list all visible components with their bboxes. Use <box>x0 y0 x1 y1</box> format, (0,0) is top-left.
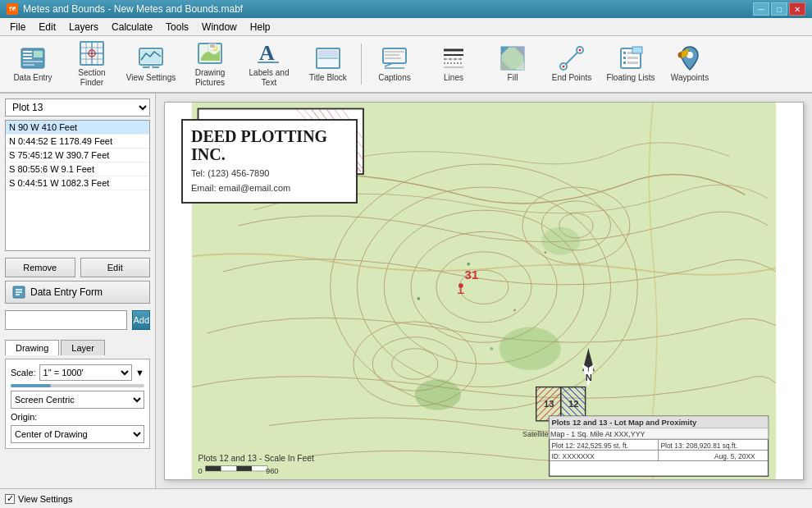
data-entry-form-button[interactable]: Data Entry Form <box>5 281 150 304</box>
toolbar-lines[interactable]: Lines <box>426 39 481 89</box>
svg-text:12: 12 <box>568 399 579 409</box>
title-block-overlay: Deed Plotting Inc. Tel: (123) 456-7890 E… <box>181 119 358 204</box>
svg-text:Plots 12 and 13 - Lot Map and : Plots 12 and 13 - Lot Map and Proximity <box>551 419 697 427</box>
svg-rect-2 <box>23 54 32 56</box>
zoom-slider[interactable] <box>11 384 144 387</box>
toolbar-waypoints[interactable]: Waypoints <box>662 39 718 89</box>
toolbar-title-block[interactable]: Title Block <box>300 39 356 89</box>
end-points-icon <box>559 45 585 71</box>
remove-button[interactable]: Remove <box>5 258 75 277</box>
toolbar-captions[interactable]: Captions <box>367 39 422 89</box>
list-item[interactable]: N 90 W 410 Feet <box>6 121 149 135</box>
svg-rect-18 <box>143 66 149 68</box>
edit-button[interactable]: Edit <box>80 258 151 277</box>
menu-calculate[interactable]: Calculate <box>105 20 159 34</box>
toolbar-floating-lists[interactable]: Floating Lists <box>603 39 659 89</box>
tab-row: Drawing Layer <box>5 340 150 355</box>
toolbar-labels-text[interactable]: A Labels and Text <box>241 39 297 89</box>
svg-point-54 <box>579 49 582 52</box>
menu-bar: File Edit Layers Calculate Tools Window … <box>0 18 812 36</box>
menu-layers[interactable]: Layers <box>62 20 105 34</box>
list-item[interactable]: S 75:45:12 W 390.7 Feet <box>6 149 149 162</box>
toolbar-drawing-pictures[interactable]: Drawing Pictures <box>182 39 238 89</box>
svg-rect-56 <box>623 52 626 54</box>
floating-lists-label: Floating Lists <box>607 73 655 83</box>
svg-rect-115 <box>206 466 221 471</box>
toolbar-data-entry[interactable]: Data Entry <box>5 39 61 89</box>
svg-rect-4 <box>34 51 43 57</box>
add-input[interactable] <box>5 310 127 330</box>
title-block-label: Title Block <box>309 73 347 83</box>
scale-label: Scale: <box>11 368 36 378</box>
svg-rect-5 <box>23 61 43 62</box>
company-name: Deed Plotting Inc. <box>191 127 348 163</box>
svg-rect-39 <box>385 51 404 53</box>
menu-file[interactable]: File <box>3 20 32 34</box>
list-item[interactable]: S 80:55:6 W 9.1 Feet <box>6 162 149 176</box>
title-bar: 🗺 Metes and Bounds - New Metes and Bound… <box>0 0 812 18</box>
svg-text:13: 13 <box>544 399 554 409</box>
menu-help[interactable]: Help <box>244 20 277 34</box>
scale-dropdown-icon: ▼ <box>135 368 144 378</box>
toolbar-view-settings[interactable]: View Settings <box>123 39 179 89</box>
toolbar-fill[interactable]: Fill <box>485 39 541 89</box>
svg-point-53 <box>563 66 565 68</box>
svg-rect-41 <box>385 57 401 59</box>
drawing-area: 31 <box>156 94 812 488</box>
svg-text:Plots 12 and 13 - Scale In Fee: Plots 12 and 13 - Scale In Feet <box>198 454 315 463</box>
svg-rect-117 <box>236 466 252 471</box>
plot-select[interactable]: Plot 13 Plot 12 <box>5 98 150 117</box>
list-item[interactable]: N 0:44:52 E 1178.49 Feet <box>6 135 149 149</box>
data-entry-form-label: Data Entry Form <box>30 286 103 298</box>
entry-action-row: Remove Edit <box>5 258 150 277</box>
entry-list: N 90 W 410 Feet N 0:44:52 E 1178.49 Feet… <box>5 120 150 251</box>
close-button[interactable]: ✕ <box>789 2 805 16</box>
origin-select[interactable]: Center of Drawing <box>11 425 144 443</box>
fill-label: Fill <box>508 73 518 83</box>
svg-text:Plot 13: 208,920.81 sq.ft.: Plot 13: 208,920.81 sq.ft. <box>660 442 737 450</box>
svg-point-89 <box>417 297 421 300</box>
menu-window[interactable]: Window <box>195 20 244 34</box>
form-icon <box>12 286 25 299</box>
drawing-pictures-label: Drawing Pictures <box>185 68 235 88</box>
svg-text:ID:  XXXXXXX: ID: XXXXXXX <box>551 452 595 460</box>
view-settings-checkbox[interactable]: ✓ <box>5 494 15 504</box>
menu-edit[interactable]: Edit <box>32 20 62 34</box>
svg-rect-59 <box>627 57 638 59</box>
labels-text-label: Labels and Text <box>244 68 294 88</box>
origin-row: Center of Drawing <box>11 425 144 443</box>
svg-point-90 <box>513 309 516 312</box>
tab-layer[interactable]: Layer <box>61 340 105 355</box>
window-title: Metes and Bounds - New Metes and Bounds.… <box>23 3 243 15</box>
svg-rect-118 <box>252 466 267 471</box>
list-item[interactable]: S 0:44:51 W 1082.3 Feet <box>6 176 149 190</box>
lines-icon <box>440 45 467 71</box>
add-button[interactable]: Add <box>132 310 150 330</box>
section-finder-label: Section Finder <box>66 68 117 88</box>
waypoints-label: Waypoints <box>671 73 709 83</box>
company-contact: Tel: (123) 456-7890 Email: email@email.c… <box>191 167 348 195</box>
captions-label: Captions <box>378 73 410 83</box>
svg-text:Aug. 5, 20XX: Aug. 5, 20XX <box>714 452 755 460</box>
screen-centric-select[interactable]: Screen Centric <box>11 391 144 409</box>
view-settings-bottom[interactable]: ✓ View Settings <box>5 494 72 504</box>
scale-select[interactable]: 1" = 1000' 1" = 500' <box>39 364 133 381</box>
minimize-button[interactable]: ─ <box>753 2 769 16</box>
view-settings-label: View Settings <box>126 73 176 83</box>
screen-centric-row: Screen Centric <box>11 391 144 409</box>
svg-point-82 <box>415 379 461 410</box>
menu-tools[interactable]: Tools <box>159 20 195 34</box>
svg-rect-19 <box>153 66 159 68</box>
end-points-label: End Points <box>552 73 591 83</box>
toolbar-section-finder[interactable]: Section Finder <box>64 39 120 89</box>
tab-drawing[interactable]: Drawing <box>5 340 59 355</box>
canvas: 31 <box>164 102 804 480</box>
maximize-button[interactable]: □ <box>771 2 787 16</box>
svg-point-92 <box>490 347 493 350</box>
svg-text:A: A <box>259 41 275 65</box>
toolbar-end-points[interactable]: End Points <box>544 39 600 89</box>
svg-point-15 <box>91 53 94 55</box>
view-settings-icon <box>138 45 164 71</box>
svg-point-83 <box>541 227 580 255</box>
view-settings-bottom-label: View Settings <box>18 494 72 504</box>
